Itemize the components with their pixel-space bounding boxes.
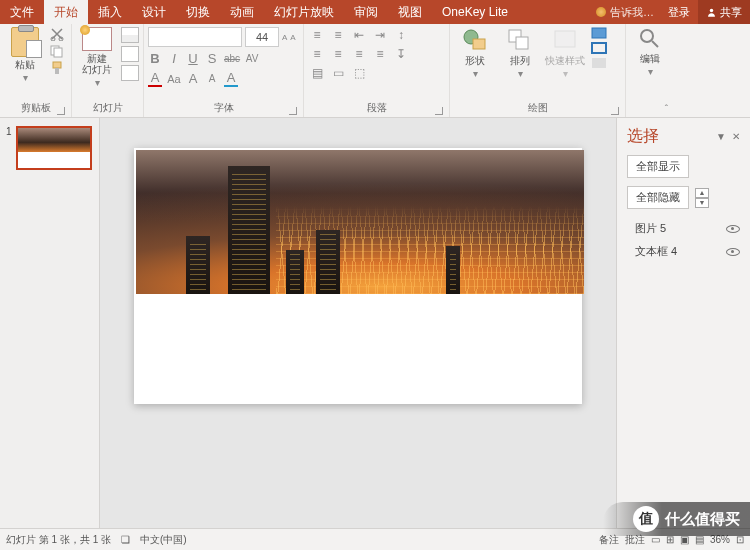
arrange-icon [506,27,534,53]
svg-line-16 [652,41,658,47]
find-icon [638,27,662,51]
sorter-view-icon[interactable]: ⊞ [666,534,674,545]
login-button[interactable]: 登录 [660,0,698,24]
normal-view-icon[interactable]: ▭ [651,534,660,545]
move-up-button[interactable]: ▲ [695,188,709,198]
move-down-button[interactable]: ▼ [695,198,709,208]
notes-button[interactable]: 备注 [599,533,619,547]
reading-view-icon[interactable]: ▣ [680,534,689,545]
new-slide-button[interactable]: 新建 幻灯片▾ [76,27,118,88]
current-slide[interactable] [134,148,582,404]
quick-styles-button[interactable]: 快速样式▾ [544,27,586,79]
change-case-button[interactable]: Aa [167,73,181,85]
comments-button[interactable]: 批注 [625,533,645,547]
shrink-font-icon[interactable]: A [290,33,295,42]
thumbnail-slide-1[interactable] [16,126,92,170]
svg-rect-11 [555,31,575,47]
decrease-indent-button[interactable]: ⇤ [350,27,368,43]
convert-smartart-button[interactable]: ⬚ [350,65,368,81]
pane-dropdown-icon[interactable]: ▼ [716,131,726,142]
tab-home[interactable]: 开始 [44,0,88,24]
justify-button[interactable]: ≡ [371,46,389,62]
slide-image[interactable] [136,150,584,294]
tab-animations[interactable]: 动画 [220,0,264,24]
tab-file[interactable]: 文件 [0,0,44,24]
clipboard-launcher[interactable] [57,107,65,115]
increase-indent-button[interactable]: ⇥ [371,27,389,43]
align-text-button[interactable]: ▭ [329,65,347,81]
visibility-toggle-icon[interactable] [726,248,740,256]
paragraph-launcher[interactable] [435,107,443,115]
tab-slideshow[interactable]: 幻灯片放映 [264,0,344,24]
collapse-ribbon-icon[interactable]: ˆ [665,104,668,115]
paste-button[interactable]: 粘贴▾ [4,27,46,83]
tab-onekey[interactable]: OneKey Lite [432,0,518,24]
underline-button[interactable]: U [186,51,200,66]
fit-window-icon[interactable]: ⊡ [736,534,744,545]
status-spellcheck-icon[interactable]: ❏ [121,534,130,545]
highlight-button[interactable]: A [224,70,238,87]
format-painter-icon[interactable] [49,61,65,75]
svg-rect-13 [592,43,606,53]
svg-rect-10 [516,37,528,49]
drawing-launcher[interactable] [611,107,619,115]
tell-me-search[interactable]: 告诉我… [590,0,660,24]
clipboard-icon [11,27,39,57]
columns-button[interactable]: ▤ [308,65,326,81]
shadow-button[interactable]: S [205,51,219,66]
group-font-label: 字体 [148,99,299,117]
pane-close-icon[interactable]: ✕ [732,131,740,142]
arrange-button[interactable]: 排列▾ [499,27,541,79]
tab-transitions[interactable]: 切换 [176,0,220,24]
svg-rect-4 [54,48,62,57]
shape-effects-icon[interactable] [591,57,607,69]
shape-outline-icon[interactable] [591,42,607,54]
status-slide-count: 幻灯片 第 1 张，共 1 张 [6,533,111,547]
zoom-level[interactable]: 36% [710,534,730,545]
tab-design[interactable]: 设计 [132,0,176,24]
italic-button[interactable]: I [167,51,181,66]
tab-review[interactable]: 审阅 [344,0,388,24]
editing-button[interactable]: 编辑▾ [630,27,670,77]
line-spacing-button[interactable]: ↕ [392,27,410,43]
increase-font-button[interactable]: A [186,71,200,86]
font-size-select[interactable] [245,27,279,47]
shape-fill-icon[interactable] [591,27,607,39]
show-all-button[interactable]: 全部显示 [627,155,689,178]
bullets-button[interactable]: ≡ [308,27,326,43]
shapes-icon [461,27,489,53]
visibility-toggle-icon[interactable] [726,225,740,233]
share-button[interactable]: 共享 [698,0,750,24]
font-color-button[interactable]: A [148,70,162,87]
cut-icon[interactable] [49,27,65,41]
align-left-button[interactable]: ≡ [308,46,326,62]
numbering-button[interactable]: ≡ [329,27,347,43]
bold-button[interactable]: B [148,51,162,66]
layout-icon[interactable] [121,27,139,43]
grow-font-icon[interactable]: A [282,33,287,42]
slide-canvas[interactable] [100,118,616,528]
selection-item-textbox[interactable]: 文本框 4 [635,244,740,259]
selection-pane-title: 选择 [627,126,659,147]
status-bar: 幻灯片 第 1 张，共 1 张 ❏ 中文(中国) 备注 批注 ▭ ⊞ ▣ ▤ 3… [0,528,750,550]
char-spacing-button[interactable]: AV [245,53,259,64]
strike-button[interactable]: abc [224,53,240,64]
svg-point-0 [710,8,713,11]
decrease-font-button[interactable]: A [205,73,219,84]
align-right-button[interactable]: ≡ [350,46,368,62]
section-icon[interactable] [121,65,139,81]
text-direction-button[interactable]: ↧ [392,46,410,62]
status-language[interactable]: 中文(中国) [140,533,187,547]
slideshow-view-icon[interactable]: ▤ [695,534,704,545]
tab-insert[interactable]: 插入 [88,0,132,24]
selection-item-image[interactable]: 图片 5 [635,221,740,236]
hide-all-button[interactable]: 全部隐藏 [627,186,689,209]
font-family-select[interactable] [148,27,242,47]
reset-icon[interactable] [121,46,139,62]
share-icon [706,7,717,18]
font-launcher[interactable] [289,107,297,115]
tab-view[interactable]: 视图 [388,0,432,24]
align-center-button[interactable]: ≡ [329,46,347,62]
copy-icon[interactable] [49,44,65,58]
shapes-button[interactable]: 形状▾ [454,27,496,79]
